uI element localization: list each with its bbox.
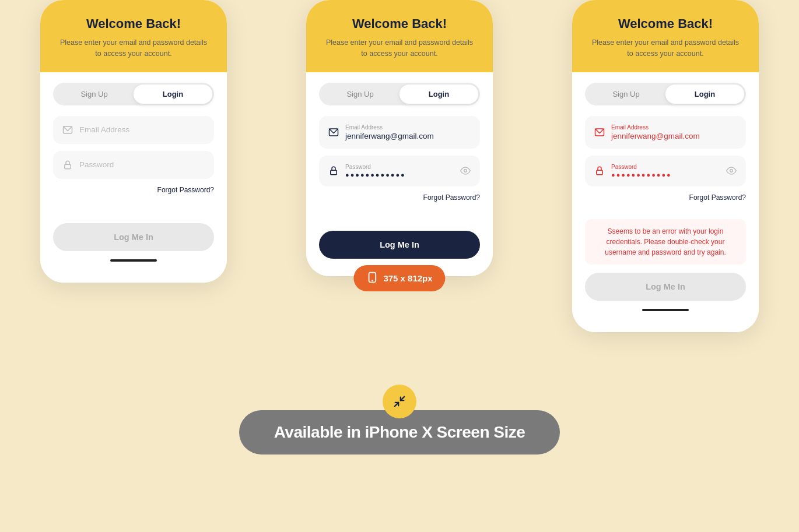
password-text-area-empty: Password — [79, 160, 205, 169]
toggle-row-error: Sign Up Login — [585, 83, 746, 105]
forgot-link-filled[interactable]: Forgot Password? — [423, 193, 480, 202]
email-value-filled: jenniferwang@gmail.com — [345, 132, 471, 140]
phone-body-error: Sign Up Login Email Address — [572, 72, 759, 332]
login-btn-toggle-filled[interactable]: Login — [400, 84, 478, 104]
phone-title-error: Welcome Back! — [588, 16, 742, 31]
spacer-empty — [53, 200, 214, 223]
phone-card-filled: Welcome Back! Please enter your email an… — [306, 0, 493, 276]
eye-icon-filled[interactable] — [460, 165, 471, 177]
phone-subtitle-error: Please enter your email and password det… — [588, 37, 742, 59]
size-badge-label: 375 x 812px — [383, 273, 432, 283]
phone-body-filled: Sign Up Login Email Address — [306, 72, 493, 276]
password-field-filled[interactable]: Password ●●●●●●●●●●●● — [319, 156, 480, 186]
svg-rect-8 — [597, 170, 603, 175]
home-indicator-error — [642, 309, 689, 311]
phone-title-filled: Welcome Back! — [323, 16, 476, 31]
phone-wrapper-empty: Welcome Back! Please enter your email an… — [1, 0, 267, 283]
spacer-error-top — [585, 207, 746, 219]
eye-icon-error[interactable] — [726, 165, 737, 177]
phone-wrapper-filled: Welcome Back! Please enter your email an… — [267, 0, 532, 276]
email-label-filled: Email Address — [345, 124, 471, 131]
svg-rect-3 — [331, 170, 337, 175]
svg-point-4 — [464, 170, 467, 172]
lock-icon-empty — [62, 159, 73, 171]
email-field-empty[interactable]: Email Address — [53, 116, 214, 144]
bottom-section: Available in iPhone X Screen Size — [239, 385, 560, 455]
signup-btn-error[interactable]: Sign Up — [587, 84, 665, 104]
password-text-area-error: Password ●●●●●●●●●●●● — [611, 164, 720, 178]
phone-header-empty: Welcome Back! Please enter your email an… — [40, 0, 227, 72]
email-icon-error — [594, 126, 605, 138]
phone-card-error: Welcome Back! Please enter your email an… — [572, 0, 759, 332]
phone-wrapper-error: Welcome Back! Please enter your email an… — [532, 0, 798, 332]
email-icon-empty — [62, 124, 73, 136]
available-text: Available in iPhone X Screen Size — [274, 423, 525, 441]
toggle-row-empty: Sign Up Login — [53, 83, 214, 105]
email-icon-filled — [328, 126, 339, 138]
password-label-filled: Password — [345, 164, 454, 170]
page-background: Welcome Back! Please enter your email an… — [0, 0, 799, 532]
phone-card-empty: Welcome Back! Please enter your email an… — [40, 0, 227, 283]
email-placeholder-empty: Email Address — [79, 125, 205, 134]
email-label-error: Email Address — [611, 124, 737, 131]
login-submit-error[interactable]: Log Me In — [585, 273, 746, 301]
password-label-error: Password — [611, 164, 720, 170]
lock-icon-error — [594, 165, 605, 177]
spacer-filled — [319, 207, 480, 231]
email-field-error[interactable]: Email Address jenniferwang@gmail.com — [585, 116, 746, 149]
phone-header-error: Welcome Back! Please enter your email an… — [572, 0, 759, 72]
password-field-empty[interactable]: Password — [53, 151, 214, 179]
password-field-error[interactable]: Password ●●●●●●●●●●●● — [585, 156, 746, 186]
forgot-link-error[interactable]: Forgot Password? — [689, 193, 746, 202]
signup-btn-filled[interactable]: Sign Up — [321, 84, 400, 104]
error-message: Sseems to be an error with your login cr… — [585, 219, 746, 265]
phone-body-empty: Sign Up Login Email Address — [40, 72, 227, 283]
login-submit-empty[interactable]: Log Me In — [53, 223, 214, 251]
phone-header-filled: Welcome Back! Please enter your email an… — [306, 0, 493, 72]
login-btn-toggle-empty[interactable]: Login — [134, 84, 212, 104]
compress-icon — [393, 395, 406, 408]
size-badge: 375 x 812px — [353, 265, 445, 291]
phone-subtitle-filled: Please enter your email and password det… — [323, 37, 476, 59]
signup-btn-empty[interactable]: Sign Up — [55, 84, 134, 104]
collapse-button[interactable] — [383, 385, 416, 418]
email-text-area-filled: Email Address jenniferwang@gmail.com — [345, 124, 471, 140]
email-field-filled[interactable]: Email Address jenniferwang@gmail.com — [319, 116, 480, 149]
forgot-row-filled: Forgot Password? — [319, 193, 480, 202]
forgot-link-empty[interactable]: Forgot Password? — [157, 186, 214, 194]
password-value-filled: ●●●●●●●●●●●● — [345, 171, 454, 178]
email-text-area-error: Email Address jenniferwang@gmail.com — [611, 124, 737, 140]
email-value-error: jenniferwang@gmail.com — [611, 132, 737, 140]
phone-icon-badge — [366, 272, 378, 285]
login-submit-filled[interactable]: Log Me In — [319, 231, 480, 259]
phone-title-empty: Welcome Back! — [57, 16, 211, 31]
password-text-area-filled: Password ●●●●●●●●●●●● — [345, 164, 454, 178]
password-placeholder-empty: Password — [79, 160, 205, 169]
phones-row: Welcome Back! Please enter your email an… — [0, 0, 799, 332]
svg-rect-1 — [65, 164, 71, 169]
forgot-row-error: Forgot Password? — [585, 193, 746, 202]
home-indicator-empty — [110, 259, 157, 262]
password-value-error: ●●●●●●●●●●●● — [611, 171, 720, 178]
forgot-row-empty: Forgot Password? — [53, 186, 214, 194]
login-btn-toggle-error[interactable]: Login — [665, 84, 744, 104]
toggle-row-filled: Sign Up Login — [319, 83, 480, 105]
email-text-area-empty: Email Address — [79, 125, 205, 134]
svg-point-9 — [730, 170, 733, 172]
phone-subtitle-empty: Please enter your email and password det… — [57, 37, 211, 59]
lock-icon-filled — [328, 165, 339, 177]
